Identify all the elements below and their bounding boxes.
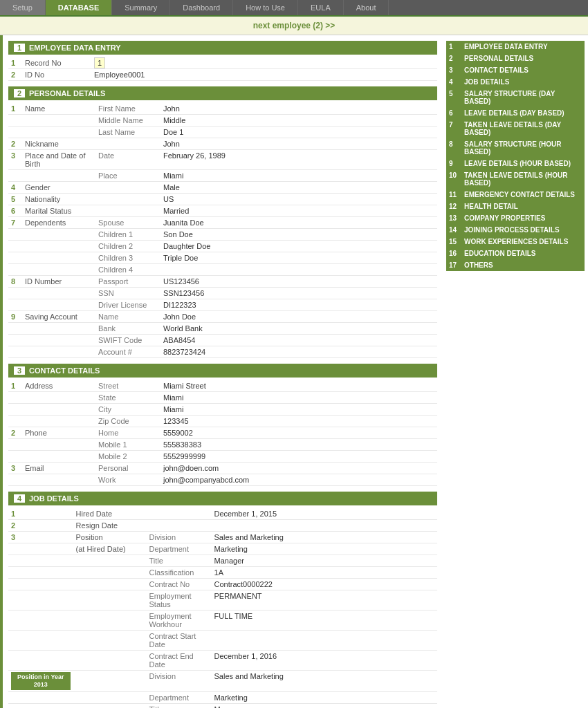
sidebar-num: 7 [449, 121, 461, 129]
row-num: 2 [8, 69, 22, 81]
next-employee-bar: next employee (2) >> [0, 17, 588, 35]
section-num-2: 2 [14, 89, 25, 97]
sidebar-item-8[interactable]: 8 SALARY STRUCTURE (HOUR BASED) [446, 138, 585, 158]
sidebar-item-4[interactable]: 4 JOB DETAILS [446, 76, 585, 88]
sidebar-item-6[interactable]: 6 LEAVE DETAILS (DAY BASED) [446, 107, 585, 119]
table-row: Employment Status PERMANENT [8, 590, 437, 611]
table-row: Position in Year2013 Division Sales and … [8, 671, 437, 692]
sidebar-label: HEALTH DETAIL [464, 203, 518, 210]
main-layout: 1 EMPLOYEE DATA ENTRY 1 Record No 1 2 ID… [0, 35, 588, 708]
sidebar-label: SALARY STRUCTURE (HOUR BASED) [464, 140, 582, 156]
sidebar-item-14[interactable]: 14 JOINING PROCESS DETAILS [446, 224, 585, 236]
sidebar-item-5[interactable]: 5 SALARY STRUCTURE (DAY BASED) [446, 88, 585, 107]
table-row: 7 Dependents Spouse Juanita Doe [8, 217, 437, 229]
table-row: 5 Nationality US [8, 194, 437, 205]
sidebar-label: TAKEN LEAVE DETAILS (DAY BASED) [464, 121, 582, 136]
left-content: 1 EMPLOYEE DATA ENTRY 1 Record No 1 2 ID… [3, 35, 443, 708]
table-row: 3 Position Division Sales and Marketing [8, 532, 437, 543]
table-row: 6 Marital Status Married [8, 205, 437, 217]
sidebar-num: 12 [449, 203, 461, 210]
sidebar-label: EDUCATION DETAILS [464, 250, 536, 257]
table-row: (at Hired Date) Department Marketing [8, 543, 437, 555]
sidebar-item-15[interactable]: 15 WORK EXPERIENCES DETAILS [446, 236, 585, 248]
table-row: Contract No Contract0000222 [8, 579, 437, 590]
sidebar-label: JOB DETAILS [464, 78, 509, 86]
table-row: Bank World Bank [8, 323, 437, 335]
section-title-contact: CONTACT DETAILS [29, 366, 100, 375]
sidebar-item-11[interactable]: 11 EMERGENCY CONTACT DETAILS [446, 189, 585, 201]
sidebar-num: 14 [449, 226, 461, 234]
sidebar-num: 3 [449, 66, 461, 74]
table-row: 2 Nickname John [8, 138, 437, 150]
field-value: 1 [91, 57, 437, 69]
tab-how-to-use[interactable]: How to Use [233, 0, 298, 15]
section-num-1: 1 [14, 44, 25, 52]
employee-data-entry-table: 1 Record No 1 2 ID No Employee0001 [8, 57, 437, 81]
sidebar-item-10[interactable]: 10 TAKEN LEAVE DETAILS (HOUR BASED) [446, 169, 585, 189]
tab-setup[interactable]: Setup [0, 0, 46, 15]
table-row: 1 Name First Name John [8, 103, 437, 115]
record-no-input[interactable]: 1 [94, 57, 105, 68]
sidebar-label: WORK EXPERIENCES DETAILS [464, 238, 568, 245]
tab-database[interactable]: DATABASE [46, 0, 112, 15]
section-title-job: JOB DETAILS [29, 494, 79, 503]
table-row: Children 1 Son Doe [8, 229, 437, 241]
sidebar-item-3[interactable]: 3 CONTACT DETAILS [446, 64, 585, 76]
sidebar-label: LEAVE DETAILS (HOUR BASED) [464, 160, 571, 167]
sidebar-label: CONTACT DETAILS [464, 66, 529, 74]
table-row: State Miami [8, 392, 437, 404]
sidebar-label: EMERGENCY CONTACT DETAILS [464, 191, 575, 198]
sidebar-num: 5 [449, 90, 461, 97]
job-details-table: 1 Hired Date December 1, 2015 2 Resign D… [8, 508, 437, 708]
tab-summary[interactable]: Summary [112, 0, 170, 15]
table-row: Mobile 2 5552999999 [8, 451, 437, 463]
sidebar-num: 17 [449, 261, 461, 269]
sidebar-num: 9 [449, 160, 461, 167]
table-row: Contract Start Date [8, 631, 437, 651]
table-row: Children 4 [8, 264, 437, 276]
sidebar-num: 4 [449, 78, 461, 86]
section-title-employee: EMPLOYEE DATA ENTRY [29, 44, 121, 52]
sidebar-item-2[interactable]: 2 PERSONAL DETAILS [446, 53, 585, 64]
sidebar-item-17[interactable]: 17 OTHERS [446, 259, 585, 271]
sidebar-item-9[interactable]: 9 LEAVE DETAILS (HOUR BASED) [446, 158, 585, 169]
table-row: 3 Place and Date of Birth Date February … [8, 150, 437, 170]
next-employee-link[interactable]: next employee (2) >> [253, 21, 336, 30]
table-row: Employment Workhour FULL TIME [8, 611, 437, 631]
sidebar-label: PERSONAL DETAILS [464, 55, 533, 62]
section-header-employee-data-entry: 1 EMPLOYEE DATA ENTRY [8, 41, 437, 55]
table-row: 1 Address Street Miami Street [8, 380, 437, 392]
table-row: City Miami [8, 404, 437, 416]
top-navigation: Setup DATABASE Summary Dashboard How to … [0, 0, 588, 17]
tab-eula[interactable]: EULA [298, 0, 344, 15]
table-row: Children 2 Daughter Doe [8, 241, 437, 252]
sidebar-label: LEAVE DETAILS (DAY BASED) [464, 109, 564, 117]
field-label: Record No [22, 57, 91, 69]
sidebar-item-16[interactable]: 16 EDUCATION DETAILS [446, 248, 585, 259]
sidebar-item-7[interactable]: 7 TAKEN LEAVE DETAILS (DAY BASED) [446, 119, 585, 138]
table-row: Work john@companyabcd.com [8, 474, 437, 486]
sidebar-label: JOINING PROCESS DETAILS [464, 226, 560, 234]
field-label: ID No [22, 69, 91, 81]
position-year-2013-badge: Position in Year2013 [11, 672, 71, 690]
table-row: Mobile 1 555838383 [8, 439, 437, 451]
sidebar-item-1[interactable]: 1 EMPLOYEE DATA ENTRY [446, 41, 585, 53]
sidebar-nav: 1 EMPLOYEE DATA ENTRY 2 PERSONAL DETAILS… [446, 41, 585, 271]
sidebar-num: 6 [449, 109, 461, 117]
table-row: Last Name Doe 1 [8, 127, 437, 138]
section-header-contact-details: 3 CONTACT DETAILS [8, 364, 437, 378]
table-row: 2 Resign Date [8, 520, 437, 532]
sidebar-num: 2 [449, 55, 461, 62]
sidebar-label: OTHERS [464, 261, 493, 269]
sidebar-item-12[interactable]: 12 HEALTH DETAIL [446, 201, 585, 212]
tab-about[interactable]: About [344, 0, 389, 15]
section-num-4: 4 [14, 494, 25, 503]
sidebar-item-13[interactable]: 13 COMPANY PROPERTIES [446, 212, 585, 224]
tab-dashboard[interactable]: Dashboard [170, 0, 233, 15]
personal-details-table: 1 Name First Name John Middle Name Middl… [8, 103, 437, 358]
table-row: 3 Email Personal john@doen.com [8, 463, 437, 474]
table-row: Title Manager [8, 703, 437, 708]
section-header-personal-details: 2 PERSONAL DETAILS [8, 86, 437, 100]
table-row: Driver License DI122323 [8, 299, 437, 311]
right-sidebar: 1 EMPLOYEE DATA ENTRY 2 PERSONAL DETAILS… [443, 35, 588, 708]
